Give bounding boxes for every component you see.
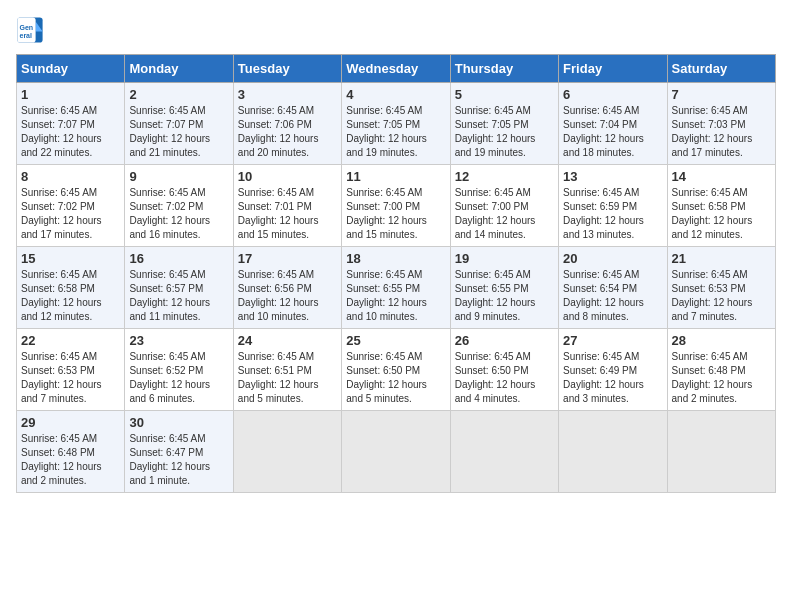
day-info: Sunrise: 6:45 AMSunset: 7:02 PMDaylight:… <box>21 186 120 242</box>
calendar-cell <box>233 411 341 493</box>
calendar-cell: 29 Sunrise: 6:45 AMSunset: 6:48 PMDaylig… <box>17 411 125 493</box>
day-number: 17 <box>238 251 337 266</box>
day-number: 12 <box>455 169 554 184</box>
svg-text:eral: eral <box>20 32 33 39</box>
calendar-cell: 13 Sunrise: 6:45 AMSunset: 6:59 PMDaylig… <box>559 165 667 247</box>
logo-icon: Gen eral <box>16 16 44 44</box>
day-info: Sunrise: 6:45 AMSunset: 6:49 PMDaylight:… <box>563 350 662 406</box>
calendar-cell: 23 Sunrise: 6:45 AMSunset: 6:52 PMDaylig… <box>125 329 233 411</box>
day-number: 8 <box>21 169 120 184</box>
day-number: 22 <box>21 333 120 348</box>
day-number: 9 <box>129 169 228 184</box>
calendar-cell: 17 Sunrise: 6:45 AMSunset: 6:56 PMDaylig… <box>233 247 341 329</box>
day-info: Sunrise: 6:45 AMSunset: 7:01 PMDaylight:… <box>238 186 337 242</box>
calendar-week-row: 8 Sunrise: 6:45 AMSunset: 7:02 PMDayligh… <box>17 165 776 247</box>
weekday-header: Friday <box>559 55 667 83</box>
day-number: 24 <box>238 333 337 348</box>
calendar-week-row: 15 Sunrise: 6:45 AMSunset: 6:58 PMDaylig… <box>17 247 776 329</box>
day-info: Sunrise: 6:45 AMSunset: 6:53 PMDaylight:… <box>672 268 771 324</box>
day-number: 1 <box>21 87 120 102</box>
day-number: 14 <box>672 169 771 184</box>
day-info: Sunrise: 6:45 AMSunset: 6:53 PMDaylight:… <box>21 350 120 406</box>
page-header: Gen eral <box>16 16 776 44</box>
calendar-cell: 20 Sunrise: 6:45 AMSunset: 6:54 PMDaylig… <box>559 247 667 329</box>
day-number: 28 <box>672 333 771 348</box>
calendar-cell <box>450 411 558 493</box>
day-number: 5 <box>455 87 554 102</box>
day-info: Sunrise: 6:45 AMSunset: 7:06 PMDaylight:… <box>238 104 337 160</box>
calendar-cell: 3 Sunrise: 6:45 AMSunset: 7:06 PMDayligh… <box>233 83 341 165</box>
calendar-cell: 18 Sunrise: 6:45 AMSunset: 6:55 PMDaylig… <box>342 247 450 329</box>
day-info: Sunrise: 6:45 AMSunset: 7:07 PMDaylight:… <box>21 104 120 160</box>
day-info: Sunrise: 6:45 AMSunset: 6:57 PMDaylight:… <box>129 268 228 324</box>
day-info: Sunrise: 6:45 AMSunset: 7:04 PMDaylight:… <box>563 104 662 160</box>
calendar-cell: 28 Sunrise: 6:45 AMSunset: 6:48 PMDaylig… <box>667 329 775 411</box>
calendar-cell <box>559 411 667 493</box>
calendar-cell: 7 Sunrise: 6:45 AMSunset: 7:03 PMDayligh… <box>667 83 775 165</box>
day-number: 16 <box>129 251 228 266</box>
day-number: 30 <box>129 415 228 430</box>
day-number: 13 <box>563 169 662 184</box>
weekday-header: Wednesday <box>342 55 450 83</box>
weekday-header: Monday <box>125 55 233 83</box>
calendar-cell: 15 Sunrise: 6:45 AMSunset: 6:58 PMDaylig… <box>17 247 125 329</box>
calendar-cell <box>342 411 450 493</box>
calendar-cell: 25 Sunrise: 6:45 AMSunset: 6:50 PMDaylig… <box>342 329 450 411</box>
day-number: 27 <box>563 333 662 348</box>
weekday-header: Sunday <box>17 55 125 83</box>
svg-text:Gen: Gen <box>20 24 34 31</box>
calendar-table: SundayMondayTuesdayWednesdayThursdayFrid… <box>16 54 776 493</box>
calendar-cell: 14 Sunrise: 6:45 AMSunset: 6:58 PMDaylig… <box>667 165 775 247</box>
day-number: 6 <box>563 87 662 102</box>
day-info: Sunrise: 6:45 AMSunset: 7:05 PMDaylight:… <box>346 104 445 160</box>
day-info: Sunrise: 6:45 AMSunset: 6:55 PMDaylight:… <box>346 268 445 324</box>
logo: Gen eral <box>16 16 48 44</box>
day-number: 7 <box>672 87 771 102</box>
calendar-header-row: SundayMondayTuesdayWednesdayThursdayFrid… <box>17 55 776 83</box>
calendar-cell: 9 Sunrise: 6:45 AMSunset: 7:02 PMDayligh… <box>125 165 233 247</box>
calendar-cell: 21 Sunrise: 6:45 AMSunset: 6:53 PMDaylig… <box>667 247 775 329</box>
calendar-cell: 16 Sunrise: 6:45 AMSunset: 6:57 PMDaylig… <box>125 247 233 329</box>
calendar-cell: 10 Sunrise: 6:45 AMSunset: 7:01 PMDaylig… <box>233 165 341 247</box>
day-number: 23 <box>129 333 228 348</box>
day-info: Sunrise: 6:45 AMSunset: 7:07 PMDaylight:… <box>129 104 228 160</box>
day-number: 10 <box>238 169 337 184</box>
day-info: Sunrise: 6:45 AMSunset: 6:50 PMDaylight:… <box>455 350 554 406</box>
day-number: 29 <box>21 415 120 430</box>
day-info: Sunrise: 6:45 AMSunset: 7:00 PMDaylight:… <box>455 186 554 242</box>
day-info: Sunrise: 6:45 AMSunset: 6:48 PMDaylight:… <box>21 432 120 488</box>
day-info: Sunrise: 6:45 AMSunset: 6:47 PMDaylight:… <box>129 432 228 488</box>
day-info: Sunrise: 6:45 AMSunset: 6:55 PMDaylight:… <box>455 268 554 324</box>
day-number: 15 <box>21 251 120 266</box>
day-info: Sunrise: 6:45 AMSunset: 6:59 PMDaylight:… <box>563 186 662 242</box>
day-info: Sunrise: 6:45 AMSunset: 6:56 PMDaylight:… <box>238 268 337 324</box>
calendar-cell: 5 Sunrise: 6:45 AMSunset: 7:05 PMDayligh… <box>450 83 558 165</box>
weekday-header: Saturday <box>667 55 775 83</box>
day-info: Sunrise: 6:45 AMSunset: 7:02 PMDaylight:… <box>129 186 228 242</box>
calendar-cell: 1 Sunrise: 6:45 AMSunset: 7:07 PMDayligh… <box>17 83 125 165</box>
calendar-cell: 8 Sunrise: 6:45 AMSunset: 7:02 PMDayligh… <box>17 165 125 247</box>
day-number: 19 <box>455 251 554 266</box>
weekday-header: Thursday <box>450 55 558 83</box>
calendar-cell: 22 Sunrise: 6:45 AMSunset: 6:53 PMDaylig… <box>17 329 125 411</box>
calendar-cell: 27 Sunrise: 6:45 AMSunset: 6:49 PMDaylig… <box>559 329 667 411</box>
day-info: Sunrise: 6:45 AMSunset: 6:52 PMDaylight:… <box>129 350 228 406</box>
day-number: 20 <box>563 251 662 266</box>
day-number: 18 <box>346 251 445 266</box>
day-info: Sunrise: 6:45 AMSunset: 7:00 PMDaylight:… <box>346 186 445 242</box>
day-number: 21 <box>672 251 771 266</box>
calendar-cell: 11 Sunrise: 6:45 AMSunset: 7:00 PMDaylig… <box>342 165 450 247</box>
calendar-week-row: 29 Sunrise: 6:45 AMSunset: 6:48 PMDaylig… <box>17 411 776 493</box>
day-info: Sunrise: 6:45 AMSunset: 6:51 PMDaylight:… <box>238 350 337 406</box>
day-number: 4 <box>346 87 445 102</box>
day-info: Sunrise: 6:45 AMSunset: 6:54 PMDaylight:… <box>563 268 662 324</box>
day-info: Sunrise: 6:45 AMSunset: 6:48 PMDaylight:… <box>672 350 771 406</box>
calendar-cell: 12 Sunrise: 6:45 AMSunset: 7:00 PMDaylig… <box>450 165 558 247</box>
day-number: 3 <box>238 87 337 102</box>
calendar-cell: 2 Sunrise: 6:45 AMSunset: 7:07 PMDayligh… <box>125 83 233 165</box>
day-number: 2 <box>129 87 228 102</box>
day-info: Sunrise: 6:45 AMSunset: 6:58 PMDaylight:… <box>672 186 771 242</box>
calendar-cell: 19 Sunrise: 6:45 AMSunset: 6:55 PMDaylig… <box>450 247 558 329</box>
calendar-cell <box>667 411 775 493</box>
day-info: Sunrise: 6:45 AMSunset: 7:05 PMDaylight:… <box>455 104 554 160</box>
